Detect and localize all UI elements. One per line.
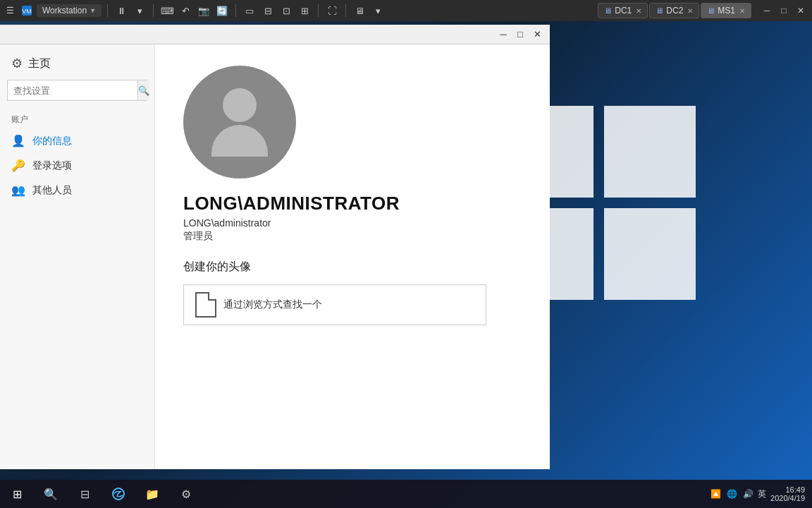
- login-options-label: 登录选项: [32, 159, 72, 172]
- search-box[interactable]: 🔍: [7, 80, 147, 101]
- vm-content: ⚙ 主页 🔍 账户 👤 你的信息 🔑 登录选项 👥 其他人员: [0, 44, 550, 469]
- display-settings-btn[interactable]: 🖥: [352, 3, 367, 18]
- view-btn3[interactable]: ⊡: [278, 3, 294, 18]
- explorer-btn[interactable]: 📁: [135, 480, 169, 508]
- time-display: 16:49: [785, 485, 805, 494]
- ms1-icon: 🖥: [707, 6, 715, 15]
- tab-ms1-close[interactable]: ✕: [739, 7, 745, 15]
- maximize-btn[interactable]: □: [775, 2, 792, 19]
- title-bar: ☰ VM Workstation ▼ ⏸ ▾ ⌨ ↶ 📷 🔄 ▭ ⊟ ⊡ ⊞ ⛶…: [0, 0, 812, 21]
- tab-ms1[interactable]: 🖥 MS1 ✕: [701, 3, 751, 18]
- settings-sidebar: ⚙ 主页 🔍 账户 👤 你的信息 🔑 登录选项 👥 其他人员: [0, 44, 155, 469]
- close-btn[interactable]: ✕: [792, 2, 809, 19]
- tab-dc2[interactable]: 🖥 DC2 ✕: [649, 3, 699, 18]
- your-info-icon: 👤: [11, 134, 25, 147]
- browse-button[interactable]: 通过浏览方式查找一个: [183, 284, 486, 325]
- menu-icon[interactable]: ☰: [3, 4, 17, 18]
- separator-5: [345, 4, 346, 17]
- others-label: 其他人员: [32, 184, 72, 197]
- settings-main: LONG\ADMINISTRATOR LONG\administrator 管理…: [155, 44, 550, 469]
- edge-btn[interactable]: [102, 480, 135, 508]
- workstation-arrow: ▼: [90, 7, 96, 14]
- pause-down-btn[interactable]: ▾: [132, 3, 147, 18]
- svg-text:VM: VM: [22, 8, 32, 15]
- send-ctrl-alt-del[interactable]: ⌨: [159, 3, 175, 18]
- tab-dc1-label: DC1: [615, 6, 632, 16]
- tab-dc2-label: DC2: [666, 6, 683, 16]
- separator-2: [153, 4, 154, 17]
- create-avatar-label: 创建你的头像: [183, 260, 522, 274]
- minimize-btn[interactable]: ─: [758, 2, 775, 19]
- view-btn1[interactable]: ▭: [242, 3, 257, 18]
- search-input[interactable]: [8, 83, 137, 99]
- title-bar-left: ☰ VM Workstation ▼ ⏸ ▾ ⌨ ↶ 📷 🔄 ▭ ⊟ ⊡ ⊞ ⛶…: [0, 3, 386, 18]
- login-options-icon: 🔑: [11, 159, 25, 172]
- task-view-btn[interactable]: ⊟: [68, 480, 102, 508]
- date-display: 2020/4/19: [770, 494, 805, 502]
- taskbar: ⊞ 🔍 ⊟ 📁 ⚙ 🔼 🌐 🔊 英 16:49 2020/4/19: [0, 480, 812, 508]
- nav-others[interactable]: 👥 其他人员: [0, 178, 154, 202]
- separator-3: [235, 4, 236, 17]
- browse-label: 通过浏览方式查找一个: [223, 298, 322, 311]
- window-controls: ─ □ ✕: [758, 2, 809, 19]
- workstation-label: Workstation: [42, 6, 87, 16]
- vm-window: ─ □ ✕ ⚙ 主页 🔍 账户 👤 你的信息 🔑 登录选项: [0, 25, 550, 469]
- sidebar-header: ⚙ 主页: [0, 50, 154, 80]
- avatar-head: [223, 88, 257, 122]
- tab-dc1[interactable]: 🖥 DC1 ✕: [598, 3, 648, 18]
- tab-ms1-label: MS1: [718, 6, 735, 16]
- vm-minimize[interactable]: ─: [495, 27, 512, 42]
- view-btn2[interactable]: ⊟: [260, 3, 276, 18]
- settings-header-icon: ⚙: [11, 56, 23, 71]
- settings-header-text: 主页: [28, 56, 51, 71]
- clock[interactable]: 16:49 2020/4/19: [770, 485, 805, 502]
- workstation-menu[interactable]: Workstation ▼: [37, 4, 102, 17]
- system-tray: 🔼 🌐 🔊: [710, 489, 753, 499]
- undo-btn[interactable]: ↶: [178, 3, 193, 18]
- tabs-area: 🖥 DC1 ✕ 🖥 DC2 ✕ 🖥 MS1 ✕ ─ □ ✕: [598, 2, 812, 19]
- separator-1: [107, 4, 108, 17]
- user-avatar: [183, 66, 296, 179]
- user-display-name: LONG\ADMINISTRATOR: [183, 193, 522, 214]
- pause-btn[interactable]: ⏸: [113, 3, 129, 18]
- user-account: LONG\administrator: [183, 217, 522, 229]
- display-arrow-btn[interactable]: ▾: [370, 3, 386, 18]
- fullscreen-btn[interactable]: ⛶: [324, 3, 340, 18]
- vm-close[interactable]: ✕: [529, 27, 546, 42]
- account-section-label: 账户: [0, 109, 154, 128]
- vm-maximize[interactable]: □: [512, 27, 529, 42]
- avatar-person: [211, 88, 268, 157]
- tray-network[interactable]: 🌐: [727, 489, 737, 499]
- start-button[interactable]: ⊞: [0, 480, 34, 508]
- dc2-icon: 🖥: [656, 6, 663, 15]
- view-btn4[interactable]: ⊞: [297, 3, 312, 18]
- search-taskbar-btn[interactable]: 🔍: [34, 480, 68, 508]
- language-indicator[interactable]: 英: [758, 488, 766, 500]
- snapshot-btn[interactable]: 📷: [196, 3, 211, 18]
- settings-taskbar-btn[interactable]: ⚙: [169, 480, 203, 508]
- others-icon: 👥: [11, 183, 25, 197]
- your-info-label: 你的信息: [32, 135, 72, 147]
- vm-title-bar: ─ □ ✕: [0, 25, 550, 44]
- nav-login-options[interactable]: 🔑 登录选项: [0, 153, 154, 178]
- avatar-body: [211, 125, 268, 157]
- nav-your-info[interactable]: 👤 你的信息: [0, 128, 154, 153]
- revert-btn[interactable]: 🔄: [214, 3, 230, 18]
- app-icon[interactable]: VM: [20, 4, 34, 18]
- browse-icon: [195, 292, 216, 318]
- tab-dc2-close[interactable]: ✕: [687, 7, 693, 15]
- dc1-icon: 🖥: [604, 6, 612, 15]
- separator-4: [318, 4, 319, 17]
- search-button[interactable]: 🔍: [137, 80, 149, 100]
- taskbar-right: 🔼 🌐 🔊 英 16:49 2020/4/19: [710, 485, 812, 502]
- tray-arrow[interactable]: 🔼: [710, 489, 721, 499]
- tab-dc1-close[interactable]: ✕: [636, 7, 641, 15]
- user-role: 管理员: [183, 230, 522, 243]
- tray-volume[interactable]: 🔊: [743, 489, 753, 499]
